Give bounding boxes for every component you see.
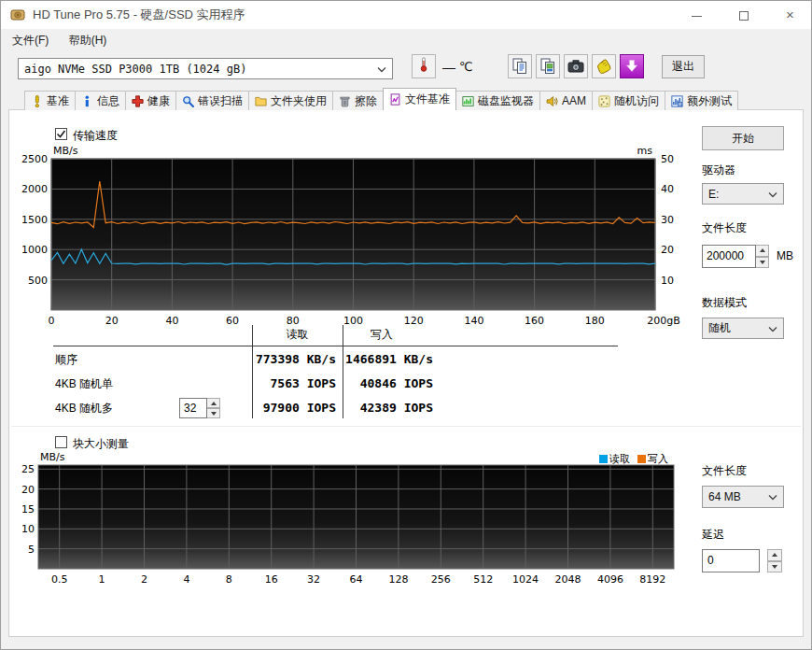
data-mode-select[interactable]: 随机 <box>702 318 784 339</box>
toolbar-icon-buttons <box>508 54 644 78</box>
benchmark-icon <box>31 95 43 107</box>
tab-disk-monitor[interactable]: 磁盘监视器 <box>455 91 540 110</box>
svg-text:10: 10 <box>21 523 35 535</box>
tab-aam[interactable]: AAM <box>539 91 593 110</box>
svg-text:16: 16 <box>265 573 278 586</box>
tab-label: 错误扫描 <box>198 93 243 109</box>
spin-up-button[interactable] <box>207 398 220 408</box>
svg-text:256: 256 <box>431 573 451 586</box>
table-rule <box>53 346 618 346</box>
tab-folder-usage[interactable]: 文件夹使用 <box>248 91 333 110</box>
menu-file[interactable]: 文件(F) <box>5 31 58 50</box>
tab-info[interactable]: 信息 <box>75 91 126 110</box>
svg-text:MB/s: MB/s <box>40 451 65 463</box>
close-button[interactable]: × <box>769 1 811 29</box>
chevron-down-icon <box>768 322 777 335</box>
tab-benchmark[interactable]: 基准 <box>24 91 76 110</box>
tab-label: 额外测试 <box>687 93 732 109</box>
tab-health[interactable]: 健康 <box>125 91 176 110</box>
svg-text:20: 20 <box>21 484 35 496</box>
block-file-length-label: 文件长度 <box>702 463 747 479</box>
tab-random-access[interactable]: 随机访问 <box>592 91 665 110</box>
spin-up-button[interactable] <box>767 549 782 561</box>
svg-text:1000: 1000 <box>21 244 48 256</box>
spin-down-button[interactable] <box>767 561 782 573</box>
copy-image-button[interactable] <box>536 54 560 78</box>
erase-icon <box>339 95 351 107</box>
spin-down-button[interactable] <box>207 408 220 418</box>
minimize-button[interactable] <box>676 1 718 29</box>
svg-text:ms: ms <box>637 145 653 157</box>
device-select[interactable]: aigo NVMe SSD P3000 1TB (1024 gB) <box>18 58 393 79</box>
write-value-4kb-single: 40846 IOPS <box>343 372 433 396</box>
chevron-down-icon <box>768 188 777 201</box>
donate-button[interactable] <box>592 54 616 78</box>
start-button[interactable]: 开始 <box>702 126 784 150</box>
delay-value[interactable]: 0 <box>702 549 760 572</box>
row-label-4kb-multi: 4KB 随机多 <box>55 396 113 420</box>
file-benchmark-icon <box>389 93 401 106</box>
update-button[interactable] <box>620 54 644 78</box>
update-icon <box>623 57 641 76</box>
spin-up-button[interactable] <box>756 245 769 257</box>
tab-label: 擦除 <box>355 93 377 109</box>
svg-text:1500: 1500 <box>21 214 48 226</box>
device-select-value: aigo NVMe SSD P3000 1TB (1024 gB) <box>24 63 246 76</box>
tab-label: 信息 <box>97 93 119 109</box>
svg-text:MB/s: MB/s <box>53 145 78 157</box>
tab-file-benchmark[interactable]: 文件基准 <box>383 88 456 110</box>
disk-monitor-icon <box>462 95 474 107</box>
temperature-unit: ℃ <box>459 60 473 74</box>
menubar: 文件(F) 帮助(H) <box>5 31 116 49</box>
read-value-4kb-single: 7563 IOPS <box>252 372 336 396</box>
svg-text:2: 2 <box>141 573 147 586</box>
svg-text:2500: 2500 <box>21 153 48 165</box>
delay-label: 延迟 <box>702 527 724 543</box>
tab-strip: 基准信息健康错误扫描文件夹使用擦除文件基准磁盘监视器AAM随机访问额外测试 <box>24 88 737 110</box>
tab-label: 磁盘监视器 <box>478 93 534 109</box>
tab-label: 基准 <box>47 93 69 109</box>
menu-help[interactable]: 帮助(H) <box>62 31 117 50</box>
file-length-value[interactable]: 200000 <box>702 245 756 268</box>
queue-depth-value[interactable]: 32 <box>179 398 207 418</box>
section-divider <box>11 426 801 427</box>
block-size-chart: MB/s2520151050.5124816326412825651210242… <box>16 447 688 592</box>
temperature-value: — <box>442 60 455 75</box>
spin-down-button[interactable] <box>756 257 769 269</box>
block-file-length-value: 64 MB <box>708 490 741 503</box>
read-value-sequential: 773398 KB/s <box>252 347 336 372</box>
screenshot-button[interactable] <box>564 54 588 78</box>
svg-text:32: 32 <box>307 573 320 586</box>
tab-erase[interactable]: 擦除 <box>332 91 384 110</box>
chevron-down-icon <box>377 63 386 76</box>
health-icon <box>132 95 144 107</box>
maximize-button[interactable] <box>722 1 764 29</box>
tab-error-scan[interactable]: 错误扫描 <box>175 91 249 110</box>
drive-select[interactable]: E: <box>702 183 784 205</box>
svg-text:1024: 1024 <box>512 573 539 586</box>
drive-select-value: E: <box>708 188 719 201</box>
file-length-unit: MB <box>777 249 793 262</box>
copy-text-button[interactable] <box>508 54 532 78</box>
write-value-4kb-multi: 42389 IOPS <box>343 396 433 420</box>
chevron-down-icon <box>768 490 777 503</box>
temperature-button[interactable] <box>412 54 436 78</box>
row-label-sequential: 顺序 <box>55 347 77 372</box>
transfer-speed-checkbox[interactable] <box>55 128 67 140</box>
svg-text:0.5: 0.5 <box>51 573 68 586</box>
svg-text:30: 30 <box>661 214 674 226</box>
block-file-length-select[interactable]: 64 MB <box>702 486 784 508</box>
app-icon <box>10 7 25 22</box>
donate-icon <box>595 57 613 76</box>
results-table: 读取 写入 顺序 773398 KB/s 1466891 KB/s 4KB 随机… <box>53 325 623 424</box>
data-mode-label: 数据模式 <box>702 295 747 311</box>
queue-depth-spinner: 32 <box>179 398 220 418</box>
tab-extra-tests[interactable]: 额外测试 <box>665 91 738 110</box>
svg-text:128: 128 <box>388 573 408 586</box>
window-title: HD Tune Pro 5.75 - 硬盘/SSD 实用程序 <box>33 1 245 29</box>
tab-label: AAM <box>562 94 586 107</box>
exit-button[interactable]: 退出 <box>662 55 705 78</box>
tab-label: 健康 <box>147 93 170 109</box>
aam-icon <box>546 95 558 107</box>
svg-text:40: 40 <box>661 183 674 195</box>
